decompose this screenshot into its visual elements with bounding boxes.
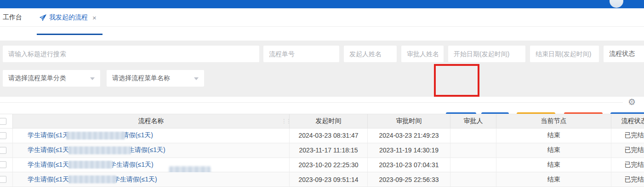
- cell-approver: [450, 172, 496, 187]
- cell-start-time: 2024-03-23 08:31:47: [290, 129, 368, 143]
- cell-approve-time: 2023-11-19 14:30:19: [368, 143, 450, 158]
- process-name-link[interactable]: 学生请假(≤1天 请假(≤1天): [28, 131, 153, 140]
- cell-status: 已完结: [611, 172, 644, 187]
- table-row: 学生请假(≤1天) 学生请假(≤1天) 2023-09-23 09:51:14 …: [0, 172, 644, 187]
- cell-status: 已完结: [611, 158, 644, 173]
- cell-status: 已完结: [611, 129, 644, 143]
- cell-current-node: 结束: [496, 158, 611, 173]
- cell-approve-time: 2024-03-23 21:49:23: [368, 129, 450, 143]
- flow-number-input[interactable]: [263, 46, 339, 62]
- chevron-down-icon: [194, 77, 199, 80]
- process-name-suffix: 请假(≤1天): [122, 131, 153, 140]
- header-status[interactable]: 流程状态: [611, 114, 644, 129]
- cell-start-time: 2023-09-23 09:51:14: [290, 172, 368, 187]
- active-tab-underline: [37, 34, 103, 35]
- redacted-text-blur: [68, 175, 116, 183]
- tab-bar: 工作台 我发起的流程 ×: [0, 8, 644, 27]
- chevron-down-icon: [90, 77, 95, 80]
- header-current-node[interactable]: 当前节点: [496, 114, 611, 129]
- header-process-name[interactable]: 流程名称: [13, 114, 290, 129]
- flow-status-select-label: 流程状态: [609, 50, 635, 58]
- end-date-input[interactable]: [530, 46, 599, 62]
- process-name-prefix: 学生请假(≤1天): [28, 161, 71, 169]
- menu-name-select[interactable]: 请选择流程菜单名称: [107, 70, 204, 87]
- process-name-suffix: 生请假(≤1天): [128, 146, 165, 154]
- cell-start-time: 2023-11-17 11:18:15: [290, 143, 368, 158]
- cell-status: 已完结: [611, 143, 644, 158]
- toolbar-divider: [0, 102, 623, 103]
- cell-approver: [450, 143, 496, 158]
- app-window: 工作台 我发起的流程 × 流程状态 请选择流程菜单分类 请选择流程菜单名称: [0, 0, 644, 187]
- gear-icon[interactable]: ⚙: [628, 97, 636, 107]
- row-checkbox[interactable]: [0, 132, 6, 139]
- cell-approver: [450, 129, 496, 143]
- redacted-text-blur: [68, 161, 113, 169]
- approver-name-input[interactable]: [401, 46, 444, 62]
- title-search-input[interactable]: [3, 46, 259, 62]
- header-approve-time[interactable]: 审批时间: [368, 114, 450, 129]
- top-navbar: [0, 0, 644, 8]
- cell-approve-time: 2023-10-23 07:04:31: [368, 158, 450, 173]
- cell-current-node: 结束: [496, 172, 611, 187]
- cell-current-node: 结束: [496, 129, 611, 143]
- cell-approve-time: 2023-09-25 22:56:33: [368, 172, 450, 187]
- process-name-suffix: 学生请假(≤1天): [114, 175, 157, 184]
- paper-plane-icon: [40, 14, 46, 21]
- initiator-name-input[interactable]: [344, 46, 397, 62]
- table-row: 学生请假(≤1天) 生请假(≤1天) 2023-11-17 11:18:15 2…: [0, 143, 644, 158]
- table-header: 流程名称 发起时间 审批时间 审批人 当前节点 流程状态: [0, 114, 644, 129]
- menu-category-select[interactable]: 请选择流程菜单分类: [3, 70, 100, 87]
- process-name-link[interactable]: 学生请假(≤1天) 学生请假(≤1天): [28, 175, 157, 184]
- process-name-suffix: 学生请假(≤1天): [110, 161, 154, 169]
- header-start-time[interactable]: 发起时间: [290, 114, 368, 129]
- tab-workbench-label: 工作台: [3, 13, 22, 22]
- table-row: 学生请假(≤1天 请假(≤1天) 2024-03-23 08:31:47 202…: [0, 129, 644, 143]
- cell-start-time: 2023-10-20 22:25:30: [290, 158, 368, 173]
- start-date-input[interactable]: [448, 46, 525, 62]
- tab-workbench[interactable]: 工作台: [3, 8, 22, 27]
- cell-approver: [450, 158, 496, 173]
- process-name-prefix: 学生请假(≤1天: [28, 131, 69, 140]
- row-checkbox[interactable]: [0, 176, 6, 183]
- process-name-link[interactable]: 学生请假(≤1天) 生请假(≤1天): [28, 146, 165, 154]
- header-checkbox-cell: [0, 114, 13, 129]
- process-name-link[interactable]: 学生请假(≤1天) 学生请假(≤1天): [28, 161, 154, 169]
- user-avatar[interactable]: [610, 0, 623, 8]
- process-name-prefix: 学生请假(≤1天): [28, 146, 71, 154]
- redacted-text-blur: [66, 132, 125, 140]
- column-resize-handle-icon[interactable]: ⋮⋮: [281, 117, 291, 125]
- redacted-text-blur: [68, 146, 131, 154]
- row-checkbox[interactable]: [0, 161, 6, 168]
- tab-active-label: 我发起的流程: [49, 13, 88, 22]
- cell-current-node: 结束: [496, 143, 611, 158]
- header-approver[interactable]: 审批人: [450, 114, 496, 129]
- row-checkbox[interactable]: [0, 147, 6, 154]
- flow-status-select[interactable]: 流程状态: [604, 46, 644, 62]
- table-row: 学生请假(≤1天) 学生请假(≤1天) 2023-10-20 22:25:30 …: [0, 158, 644, 173]
- process-name-prefix: 学生请假(≤1天): [28, 175, 71, 184]
- tab-close-icon[interactable]: ×: [92, 14, 97, 22]
- menu-name-select-label: 请选择流程菜单名称: [112, 74, 170, 82]
- tab-my-initiated-processes[interactable]: 我发起的流程 ×: [40, 8, 97, 27]
- select-all-checkbox[interactable]: [0, 118, 6, 125]
- filter-panel: 流程状态 请选择流程菜单分类 请选择流程菜单名称 搜索 清空: [0, 41, 644, 97]
- menu-category-select-label: 请选择流程菜单分类: [8, 74, 66, 82]
